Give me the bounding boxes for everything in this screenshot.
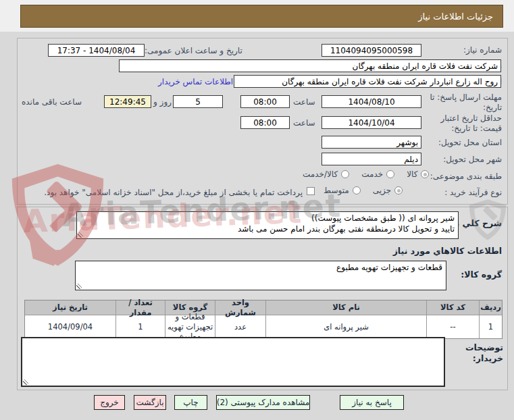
option-goods-service-label: کالا/خدمت xyxy=(303,169,338,179)
back-button[interactable]: بازگشت xyxy=(134,395,166,410)
need-details-page: جزئیات اطلاعات نیاز شماره نیاز: 11040940… xyxy=(0,0,514,420)
print-button[interactable]: چاپ xyxy=(174,395,207,410)
cell-code: -- xyxy=(426,315,479,338)
option-medium[interactable]: متوسط xyxy=(324,186,361,195)
creator-field[interactable]: روح اله زارع انباردار شرکت نفت فلات قاره… xyxy=(234,75,501,88)
table-row: 1 -- شیر پروانه ای عدد قطعات و تجهیزات ت… xyxy=(25,315,502,338)
view-attachments-button[interactable]: مشاهده مدارک پیوستی (2) xyxy=(216,395,310,410)
need-desc-line1: شیر پروانه ای (( طبق مشخصات پیوست)) xyxy=(80,213,455,224)
province-field[interactable]: بوشهر xyxy=(322,136,421,149)
announce-label: تاریخ و ساعت اعلان عمومی: xyxy=(145,46,242,55)
col-header-name: نام کالا xyxy=(265,300,426,315)
announce-field[interactable]: 1404/08/04 - 17:37 xyxy=(48,44,145,57)
province-label: استان محل تحویل: xyxy=(438,138,502,147)
deadline-label: مهلت ارسال پاسخ: تا تاریخ: xyxy=(419,93,502,113)
page-title: جزئیات اطلاعات نیاز xyxy=(418,11,493,22)
city-field[interactable]: دیلم xyxy=(322,153,421,165)
buyer-contact-link[interactable]: اطلاعات تماس خریدار xyxy=(158,77,233,86)
goods-info-panel: شرح کلي نیاز: شیر پروانه ای (( طبق مشخصا… xyxy=(17,207,508,390)
remaining-suffix-label: ساعت باقی مانده xyxy=(22,97,82,107)
exit-button[interactable]: خروج xyxy=(94,395,125,410)
cell-date: 1404/09/04 xyxy=(25,315,115,338)
option-goods-label: کالا xyxy=(407,169,417,179)
general-info-panel: شماره نیاز: 1104094095000598 تاریخ و ساع… xyxy=(17,38,508,205)
buyer-notes-label: توضیحات خریدار: xyxy=(461,342,503,365)
radio-goods-service-icon[interactable] xyxy=(341,170,349,178)
classification-options: کالا خدمت کالا/خدمت xyxy=(303,169,429,179)
resize-handle-icon[interactable] xyxy=(78,232,83,238)
process-type-options: جزیی متوسط xyxy=(324,186,403,195)
classification-label: طبقه بندی موضوعی: xyxy=(430,172,502,181)
goods-group-value: قطعات و تجهیزات تهویه مطبوع xyxy=(79,263,442,273)
col-header-radif: ردیف xyxy=(479,300,502,315)
goods-group-textarea[interactable]: قطعات و تجهیزات تهویه مطبوع xyxy=(75,261,446,290)
option-goods-service[interactable]: کالا/خدمت xyxy=(303,169,349,179)
option-minor[interactable]: جزیی xyxy=(373,186,403,195)
deadline-time-label: ساعت xyxy=(293,97,315,107)
cell-unit: عدد xyxy=(215,315,265,338)
need-number-field[interactable]: 1104094095000598 xyxy=(322,44,421,57)
option-service-label: خدمت xyxy=(361,169,383,179)
remaining-countdown: 12:49:45 xyxy=(104,95,151,108)
option-service[interactable]: خدمت xyxy=(361,169,394,179)
goods-group-label: گروه کالا: xyxy=(461,269,502,280)
goods-table-header-row: ردیف کد کالا نام کالا واحد شمارش گروه کا… xyxy=(25,300,502,315)
buyer-org-field[interactable]: شرکت نفت فلات قاره ایران منطقه بهرگان xyxy=(119,59,501,72)
col-header-date: تاریخ نیاز xyxy=(25,300,115,315)
radio-medium-icon[interactable] xyxy=(353,186,361,194)
goods-section-heading: اطلاعات کالاهاي مورد نیاز xyxy=(393,246,502,256)
page-title-bar: جزئیات اطلاعات نیاز xyxy=(20,5,503,28)
deadline-time-field[interactable]: 08:00 xyxy=(240,95,290,108)
need-desc-line2: تایید و تحویل کالا درمنطقه نفتی بهرگان ب… xyxy=(80,224,455,235)
city-label: شهر محل تحویل: xyxy=(443,155,502,164)
buyer-notes-textarea[interactable] xyxy=(21,337,445,387)
validity-time-field[interactable]: 08:00 xyxy=(240,116,290,129)
cell-name: شیر پروانه ای xyxy=(265,315,426,338)
option-medium-label: متوسط xyxy=(324,186,349,195)
respond-button[interactable]: پاسخ به نیاز xyxy=(340,395,404,410)
process-type-label: نوع فرآیند خرید : xyxy=(444,188,502,197)
option-minor-label: جزیی xyxy=(373,186,391,195)
deadline-date-field[interactable]: 1404/08/10 xyxy=(322,95,421,108)
radio-minor-icon[interactable] xyxy=(394,186,403,194)
treasury-checkbox[interactable] xyxy=(307,187,315,195)
remaining-days-field[interactable]: 5 xyxy=(173,95,223,108)
cell-qty: 1 xyxy=(115,315,165,338)
treasury-note: پرداخت تمام یا بخشی از مبلغ خرید،از محل … xyxy=(38,188,303,197)
validity-date-field[interactable]: 1404/10/04 xyxy=(322,116,421,129)
col-header-qty: تعداد / مقدار xyxy=(115,300,165,315)
col-header-unit: واحد شمارش xyxy=(215,300,265,315)
option-goods[interactable]: کالا xyxy=(407,169,429,179)
col-header-code: کد کالا xyxy=(426,300,479,315)
resize-handle-icon[interactable] xyxy=(23,379,28,385)
radio-service-icon[interactable] xyxy=(386,170,394,178)
remaining-days-label: روز و xyxy=(153,97,172,107)
resize-handle-icon[interactable] xyxy=(76,284,82,289)
cell-radif: 1 xyxy=(479,315,502,338)
goods-table: ردیف کد کالا نام کالا واحد شمارش گروه کا… xyxy=(24,300,503,339)
cell-group: قطعات و تجهیزات تهویه مطبوع xyxy=(165,315,215,338)
need-number-label: شماره نیاز: xyxy=(463,45,502,55)
radio-goods-icon[interactable] xyxy=(421,170,429,178)
validity-label: حداقل تاریخ اعتبار قیمت: تا تاریخ: xyxy=(419,113,502,134)
validity-time-label: ساعت xyxy=(293,118,315,128)
need-desc-textarea[interactable]: شیر پروانه ای (( طبق مشخصات پیوست)) تایی… xyxy=(76,211,459,239)
